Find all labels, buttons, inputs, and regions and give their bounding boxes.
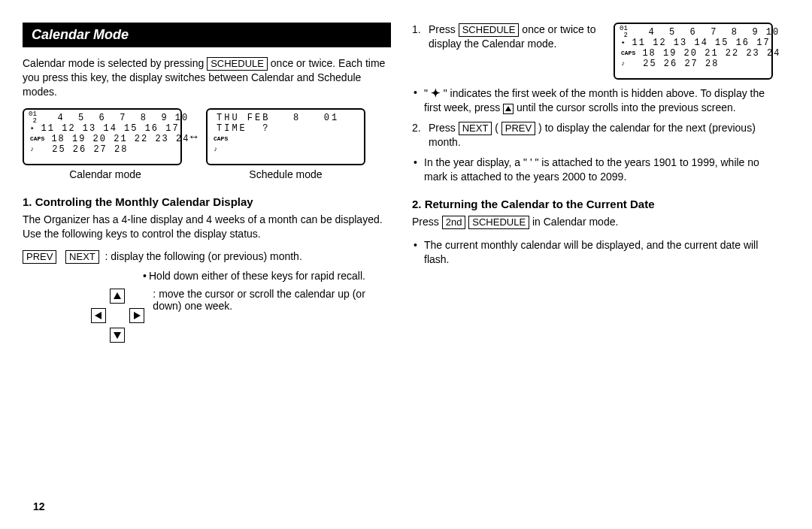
sched-row4: ♪ xyxy=(214,144,358,155)
lcd-row2-nums: 11 12 13 14 15 16 17 xyxy=(34,123,179,134)
lcd2-row4: ♪ 25 26 27 28 xyxy=(621,59,765,69)
bullet-year-mark: In the year display, a " ' " is attached… xyxy=(412,156,780,184)
schedule-key: SCHEDULE xyxy=(207,57,268,71)
step-1: 1. Press SCHEDULE once or twice to displ… xyxy=(412,23,607,51)
arrow-keys-row: : move the cursor or scroll the calendar… xyxy=(23,288,391,346)
lcd2-row4-nums: 25 26 27 28 xyxy=(636,59,719,69)
lcd-row2: ✦ 11 12 13 14 15 16 17 xyxy=(30,123,174,134)
left-column: Calendar Mode Calendar mode is selected … xyxy=(23,23,391,346)
b1c: until the cursor scrolls into the previo… xyxy=(514,101,736,113)
up-bold-arrow-icon: ✦ xyxy=(431,86,441,99)
intro-paragraph: Calendar mode is selected by pressing SC… xyxy=(23,56,391,99)
lcd-row1: 4 5 6 7 8 9 10 xyxy=(30,113,174,123)
lcd-row4-nums: 25 26 27 28 xyxy=(45,144,128,155)
lcd-row4: ♪ 25 26 27 28 xyxy=(30,144,174,155)
page-number: 12 xyxy=(33,500,45,512)
prev-key: PREV xyxy=(501,122,535,135)
arrow-keypad xyxy=(90,288,145,346)
svg-marker-2 xyxy=(134,312,141,319)
note-icon: ♪ xyxy=(214,144,229,155)
p3a: Press xyxy=(412,216,442,228)
right-arrow-key xyxy=(129,308,144,323)
step-2: 2. Press NEXT ( PREV ) to display the ca… xyxy=(412,121,780,150)
bullet-list-1: " ✦ " indicates the first week of the mo… xyxy=(412,86,780,115)
manual-page: Calendar Mode Calendar mode is selected … xyxy=(0,0,812,529)
step1-a: Press xyxy=(429,23,459,35)
lcd2-row1: 4 5 6 7 8 9 10 xyxy=(621,27,765,38)
prev-next-row: PREV NEXT : display the following (or pr… xyxy=(23,250,391,264)
bullet-list-2: In the year display, a " ' " is attached… xyxy=(412,156,780,184)
lcd-corner-2: 2 xyxy=(623,32,627,39)
section-banner: Calendar Mode xyxy=(23,23,391,47)
bullet-current-date: The current monthly calendar will be dis… xyxy=(412,238,780,267)
left-arrow-key xyxy=(91,308,106,323)
bullet-list-3: The current monthly calendar will be dis… xyxy=(412,238,780,267)
caps-indicator: CAPS xyxy=(214,134,229,144)
hold-note-text: Hold down either of these keys for rapid… xyxy=(149,270,365,282)
sched-row1: THU FEB 8 01 xyxy=(214,113,358,123)
s2po: ( xyxy=(492,122,501,134)
subsection-2-heading: 2. Returning the Calendar to the Current… xyxy=(412,198,780,210)
second-key: 2nd xyxy=(442,216,466,229)
bullet-hidden-week: " ✦ " indicates the first week of the mo… xyxy=(412,86,780,115)
s2a: Press xyxy=(429,122,459,134)
next-key: NEXT xyxy=(459,122,492,135)
caption-calendar: Calendar mode xyxy=(23,168,188,180)
calendar-lcd: 01 2 4 5 6 7 8 9 10 ✦ 11 12 13 14 15 16 … xyxy=(23,108,182,165)
caps-indicator: CAPS xyxy=(621,48,635,59)
lcd2-row3: CAPS 18 19 20 21 22 23 24 xyxy=(621,48,765,59)
note-icon: ♪ xyxy=(621,59,636,69)
svg-marker-1 xyxy=(95,312,102,319)
caption-schedule: Schedule mode xyxy=(203,168,368,180)
prev-next-desc: : display the following (or previous) mo… xyxy=(105,250,302,262)
calendar-lcd-2: 01 2 4 5 6 7 8 9 10 ✦ 11 12 13 14 15 16 … xyxy=(614,23,773,80)
lcd-corner: 01 2 xyxy=(29,111,37,125)
step2-list: 2. Press NEXT ( PREV ) to display the ca… xyxy=(412,121,780,150)
hold-note: •Hold down either of these keys for rapi… xyxy=(143,270,391,282)
subsection-1-para: The Organizer has a 4-line display and 4… xyxy=(23,213,391,241)
caps-indicator: CAPS xyxy=(30,134,44,144)
note-icon: ♪ xyxy=(30,144,45,155)
step1-row: 1. Press SCHEDULE once or twice to displ… xyxy=(412,23,780,80)
lcd-row3: CAPS 18 19 20 21 22 23 24 xyxy=(30,134,174,144)
svg-marker-0 xyxy=(114,292,121,299)
arrow-desc: : move the cursor or scroll the calendar… xyxy=(153,288,371,312)
sched-row3: CAPS xyxy=(214,134,358,144)
lcd-row3-nums: 18 19 20 21 22 23 24 xyxy=(44,134,189,144)
subsection-1-heading: 1. Controling the Monthly Calendar Displ… xyxy=(23,195,391,208)
right-column: 1. Press SCHEDULE once or twice to displ… xyxy=(412,23,780,346)
lcd2-row3-nums: 18 19 20 21 22 23 24 xyxy=(635,48,780,59)
lcd2-row2: ✦ 11 12 13 14 15 16 17 xyxy=(621,38,765,48)
lcd-pair: 01 2 4 5 6 7 8 9 10 ✦ 11 12 13 14 15 16 … xyxy=(23,108,391,165)
b1a: " xyxy=(424,87,431,99)
lcd-corner-2: 2 xyxy=(32,117,36,125)
columns: Calendar Mode Calendar mode is selected … xyxy=(23,23,789,346)
up-arrow-key-icon xyxy=(503,104,514,114)
sched-row2: TIME ? xyxy=(214,123,358,134)
lcd-corner: 01 2 xyxy=(620,26,628,39)
subsection-2-para: Press 2nd SCHEDULE in Calendar mode. xyxy=(412,215,780,229)
up-arrow-key xyxy=(110,289,125,304)
next-key: NEXT xyxy=(65,250,99,264)
lcd2-row2-nums: 11 12 13 14 15 16 17 xyxy=(625,38,770,48)
intro-text-a: Calendar mode is selected by pressing xyxy=(23,57,207,69)
schedule-key: SCHEDULE xyxy=(468,216,529,229)
step1-lcd-holder: 01 2 4 5 6 7 8 9 10 ✦ 11 12 13 14 15 16 … xyxy=(614,23,773,80)
step1-text: 1. Press SCHEDULE once or twice to displ… xyxy=(412,23,607,80)
p3b: in Calendar mode. xyxy=(529,216,618,228)
schedule-lcd: THU FEB 8 01 TIME ? CAPS ♪ xyxy=(206,108,365,165)
svg-marker-3 xyxy=(114,332,121,339)
prev-key: PREV xyxy=(23,250,56,264)
down-arrow-key xyxy=(110,328,125,343)
schedule-key: SCHEDULE xyxy=(459,23,520,37)
lcd-captions: Calendar mode Schedule mode xyxy=(23,168,391,180)
